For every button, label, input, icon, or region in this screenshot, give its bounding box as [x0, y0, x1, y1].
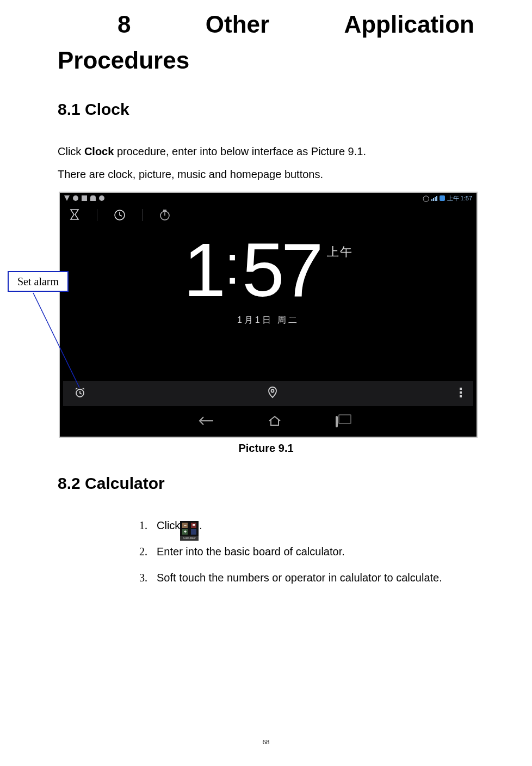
step-text: Click [157, 519, 180, 531]
status-icon [99, 195, 104, 201]
status-icon [90, 195, 96, 201]
clock-colon: : [222, 232, 242, 297]
step-text: Soft touch the numbers or operator in ca… [157, 567, 442, 589]
callout-label: Set alarm [17, 275, 59, 288]
text-fragment: procedure, enter into below interface as… [114, 145, 366, 157]
clock-date: 1月1日 周二 [237, 315, 299, 326]
list-item: 2. Enter into the basic board of calcula… [139, 541, 474, 562]
overflow-menu-icon[interactable] [459, 387, 462, 401]
chapter-number: 8 [117, 11, 131, 38]
tab-separator [142, 209, 143, 221]
clock-paragraph-2: There are clock, picture, music and home… [58, 163, 474, 185]
page-number: 68 [263, 738, 270, 746]
android-nav-bar [61, 408, 475, 436]
clock-time-display: 1 : 57 上午 [183, 232, 352, 308]
figure-caption: Picture 9.1 [58, 442, 474, 455]
timer-tab-icon[interactable] [65, 206, 84, 224]
clock-tab-icon[interactable] [110, 206, 129, 224]
figure-screenshot: ◯ 上午 1:57 [59, 192, 478, 438]
signal-icon [431, 195, 437, 201]
clock-minute: 57 [242, 232, 320, 308]
statusbar-time: 上午 1:57 [447, 194, 472, 203]
status-icon [64, 195, 70, 201]
section-clock-title: 8.1 Clock [58, 100, 474, 119]
clock-paragraph-1: Click Clock procedure, enter into below … [58, 140, 474, 162]
home-icon[interactable] [268, 415, 281, 429]
clock-hour: 1 [183, 232, 222, 308]
android-status-bar: ◯ 上午 1:57 [61, 194, 475, 203]
chapter-word-application: Application [344, 7, 474, 42]
status-icon [73, 195, 78, 201]
step-number: 3. [139, 567, 157, 589]
status-icon [82, 195, 87, 201]
clock-bold-word: Clock [84, 145, 114, 157]
alarm-icon[interactable] [74, 387, 86, 401]
svg-rect-6 [460, 391, 462, 394]
stopwatch-tab-icon[interactable] [156, 206, 174, 224]
svg-rect-7 [460, 395, 462, 397]
chapter-heading-line2: Procedures [58, 42, 474, 78]
step-number: 1. [139, 514, 157, 536]
calculator-app-icon: −= + Calculator [180, 521, 199, 541]
chapter-heading-line1: 8 Other Application [58, 7, 474, 42]
step-text: . [199, 519, 202, 531]
step-text: Enter into the basic board of calculator… [157, 541, 345, 562]
back-icon[interactable] [199, 416, 214, 428]
clock-tabs [65, 206, 174, 224]
svg-rect-2 [163, 210, 166, 211]
chapter-word-other: Other [206, 7, 269, 42]
step-number: 2. [139, 541, 157, 562]
clock-ampm: 上午 [327, 244, 353, 260]
text-fragment: Click [58, 145, 84, 157]
set-alarm-callout: Set alarm [8, 271, 69, 292]
location-icon[interactable] [268, 387, 277, 401]
battery-icon [440, 195, 445, 201]
clock-bottom-toolbar [63, 381, 473, 406]
list-item: 1. Click −= + Calculator . [139, 514, 474, 536]
svg-rect-5 [460, 388, 462, 390]
calculator-steps: 1. Click −= + Calculator . 2. Enter into… [139, 514, 474, 589]
calculator-icon-label: Calculator [180, 536, 199, 540]
recent-apps-icon[interactable] [336, 417, 338, 427]
list-item: 3. Soft touch the numbers or operator in… [139, 567, 474, 589]
headphone-icon: ◯ [423, 195, 429, 202]
tab-separator [97, 209, 97, 221]
section-calculator-title: 8.2 Calculator [58, 474, 474, 493]
svg-point-4 [271, 389, 274, 392]
